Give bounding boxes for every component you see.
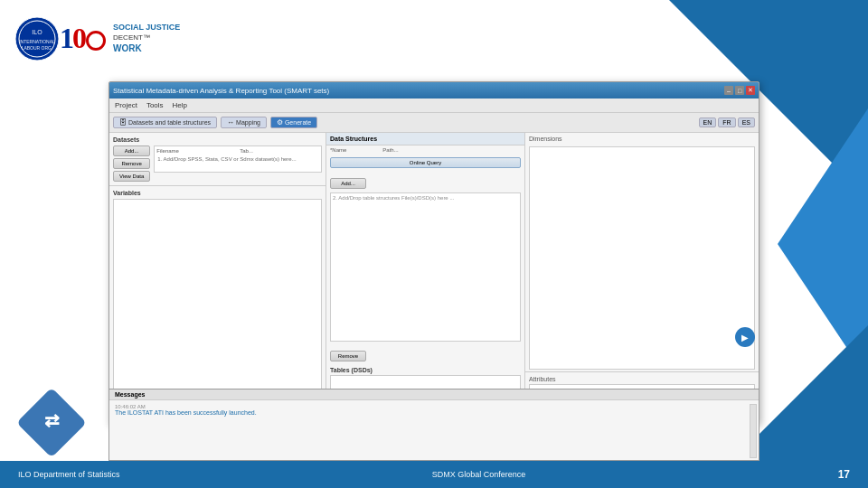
- footer-left: ILO Department of Statistics: [18, 470, 120, 479]
- menu-help[interactable]: Help: [173, 101, 187, 109]
- lang-fr[interactable]: FR: [718, 117, 735, 127]
- tab-mapping-label: Mapping: [236, 119, 260, 126]
- hundred-logo: 1 0: [60, 22, 106, 55]
- datasets-table: Filename Tab... 1. Add/Drop SPSS, Stata,…: [154, 145, 322, 173]
- ilo-logo: ILO INTERNATIONAL LABOUR ORG.: [14, 16, 60, 61]
- footer-center: SDMX Global Conference: [432, 470, 526, 479]
- toolbar: 🗄 Datasets and table structures ↔ Mappin…: [109, 113, 759, 133]
- close-button[interactable]: ✕: [746, 86, 755, 95]
- footer-page-number: 17: [838, 468, 850, 481]
- datasets-tab-icon: 🗄: [119, 118, 127, 127]
- arrow-btn-container: ▶: [735, 327, 755, 347]
- ds-table-header: *Name Path...: [326, 145, 524, 155]
- tab-generate[interactable]: ⚙ Generate: [270, 117, 317, 128]
- right-panel: Dimensions Attributes: [525, 133, 759, 424]
- dimensions-header: Dimensions: [525, 133, 759, 145]
- window-titlebar: Statistical Metadata-driven Analysis & R…: [109, 82, 759, 99]
- svg-text:⇄: ⇄: [44, 410, 60, 430]
- svg-text:LABOUR ORG.: LABOUR ORG.: [22, 45, 53, 51]
- social-text: SOCIAL JUSTICE: [113, 22, 180, 33]
- middle-panel: Data Structures *Name Path... Online Que…: [326, 133, 525, 424]
- ds-add-wrapper: Add...: [330, 173, 521, 189]
- next-arrow-button[interactable]: ▶: [735, 327, 755, 347]
- svg-text:INTERNATIONAL: INTERNATIONAL: [19, 39, 55, 44]
- svg-text:ILO: ILO: [32, 29, 42, 35]
- datasets-table-header: Filename Tab...: [156, 148, 319, 154]
- datasets-buttons: Add... Remove View Data: [113, 145, 150, 182]
- message-text: The ILOSTAT ATI has been successfully la…: [115, 409, 753, 416]
- footer: ILO Department of Statistics SDMX Global…: [0, 461, 868, 488]
- generate-tab-icon: ⚙: [277, 118, 283, 127]
- attributes-label: Attributes: [529, 376, 755, 382]
- ds-name-col: *Name: [330, 147, 346, 153]
- messages-scrollbar[interactable]: [750, 404, 757, 458]
- dimensions-box: [529, 146, 755, 370]
- app-body: Datasets Add... Remove View Data Filenam…: [109, 133, 759, 424]
- work-text: WORK: [113, 42, 180, 55]
- tab-generate-label: Generate: [285, 119, 311, 126]
- lang-es[interactable]: ES: [738, 117, 755, 127]
- tab-mapping[interactable]: ↔ Mapping: [221, 117, 267, 128]
- data-structures-header: Data Structures: [326, 133, 524, 145]
- header: ILO INTERNATIONAL LABOUR ORG. 1 0 SOCIAL…: [0, 0, 868, 77]
- ds-remove-wrapper: Remove: [330, 345, 521, 361]
- add-dataset-button[interactable]: Add...: [113, 145, 150, 156]
- tab-col-header: Tab...: [240, 148, 319, 154]
- datasets-label: Datasets: [113, 136, 322, 143]
- tab-datasets[interactable]: 🗄 Datasets and table structures: [113, 117, 217, 128]
- tables-label: Tables (DSDs): [330, 367, 521, 373]
- main-window: Statistical Metadata-driven Analysis & R…: [108, 81, 760, 425]
- remove-dataset-button[interactable]: Remove: [113, 158, 150, 169]
- messages-title: Messages: [109, 389, 759, 400]
- datasets-hint: 1. Add/Drop SPSS, Stata, CSV or Sdmx dat…: [156, 155, 319, 163]
- window-title: Statistical Metadata-driven Analysis & R…: [113, 87, 329, 95]
- menu-project[interactable]: Project: [115, 101, 137, 109]
- decent-text: DECENT™: [113, 33, 180, 42]
- minimize-button[interactable]: –: [724, 86, 733, 95]
- variables-label: Variables: [113, 190, 322, 196]
- messages-panel: Messages 10:46:02 AM The ILOSTAT ATI has…: [108, 389, 760, 461]
- mapping-tab-icon: ↔: [227, 118, 234, 127]
- filename-col-header: Filename: [156, 148, 236, 154]
- add-ds-button[interactable]: Add...: [330, 178, 366, 189]
- maximize-button[interactable]: □: [735, 86, 744, 95]
- diamond-icon: ⇄: [18, 389, 90, 461]
- remove-ds-button[interactable]: Remove: [330, 351, 366, 361]
- lang-en[interactable]: EN: [699, 117, 717, 127]
- ds-path-col: Path...: [382, 147, 398, 153]
- tab-datasets-label: Datasets and table structures: [128, 119, 211, 126]
- logo-text: SOCIAL JUSTICE DECENT™ WORK: [113, 22, 180, 56]
- left-panel: Datasets Add... Remove View Data Filenam…: [109, 133, 326, 424]
- online-query-button[interactable]: Online Query: [330, 157, 521, 168]
- ds-hint: 2. Add/Drop table structures File(s)/DSD…: [333, 195, 518, 201]
- datasets-row: Add... Remove View Data Filename Tab... …: [113, 145, 322, 182]
- view-data-button[interactable]: View Data: [113, 171, 150, 182]
- datasets-section: Datasets Add... Remove View Data Filenam…: [109, 133, 326, 186]
- language-buttons: EN FR ES: [699, 117, 755, 127]
- ds-content-area: 2. Add/Drop table structures File(s)/DSD…: [330, 192, 521, 342]
- menu-bar: Project Tools Help: [109, 99, 759, 113]
- window-controls: – □ ✕: [724, 86, 755, 95]
- messages-content: 10:46:02 AM The ILOSTAT ATI has been suc…: [109, 400, 759, 419]
- menu-tools[interactable]: Tools: [146, 101, 164, 109]
